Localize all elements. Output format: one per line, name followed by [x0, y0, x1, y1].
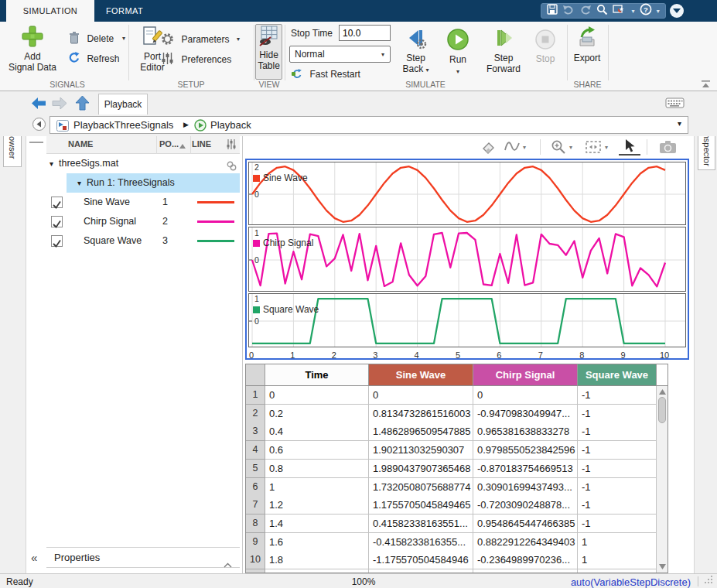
signal-checkbox[interactable]	[51, 216, 63, 227]
signal-row[interactable]: Sine Wave1	[46, 193, 240, 212]
table-row[interactable]: 1000-1	[246, 386, 657, 405]
table-cell[interactable]: 1	[265, 478, 369, 497]
screenshot-caret-icon[interactable]: ▾	[632, 8, 635, 15]
collapse-ribbon-icon[interactable]	[701, 77, 711, 91]
row-number[interactable]: 9	[246, 533, 265, 552]
table-row[interactable]: 81.40.41582338163551...0.954864544746638…	[246, 514, 657, 533]
breadcrumb-caret-icon[interactable]: ▾	[678, 115, 681, 132]
save-icon[interactable]	[547, 4, 558, 18]
undo-icon[interactable]	[562, 4, 575, 18]
step-forward-button[interactable]: StepForward	[481, 28, 526, 74]
table-row[interactable]: 91.6-0.4158233816355...0.882291226434940…	[246, 533, 657, 552]
zoom-caret-icon[interactable]: ▾	[569, 144, 572, 151]
table-cell[interactable]: 1	[578, 533, 657, 552]
table-cell[interactable]: -0.7203090248878...	[473, 496, 578, 514]
table-cell[interactable]: 0.9548645447466385	[473, 514, 578, 533]
table-cell[interactable]: 0.4	[265, 422, 369, 441]
run-button[interactable]: Run▾	[442, 28, 473, 77]
row-number[interactable]: 2	[246, 405, 265, 423]
table-cell[interactable]: 1.8	[265, 551, 369, 569]
tab-format[interactable]: FORMAT	[94, 0, 155, 22]
step-back-button[interactable]: StepBack ▾	[394, 28, 437, 76]
column-header-port[interactable]: PO...	[159, 139, 179, 149]
row-number[interactable]: 8	[246, 514, 265, 533]
eraser-icon[interactable]	[480, 139, 497, 158]
refresh-button[interactable]: Refresh	[68, 51, 119, 65]
table-scrollbar[interactable]	[656, 386, 667, 573]
table-cell[interactable]: 1.1755705045849465	[369, 496, 473, 514]
ribbon-menu-icon[interactable]	[670, 4, 684, 18]
filter-sliders-icon[interactable]	[226, 138, 237, 152]
table-row[interactable]: 50.81.9890437907365468-0.870183754669513…	[246, 460, 657, 478]
stop-button[interactable]: Stop	[530, 29, 561, 64]
sort-asc-icon[interactable]	[179, 141, 186, 150]
parameters-button[interactable]: Parameters	[161, 32, 229, 46]
scrollbar-thumb[interactable]	[658, 397, 666, 423]
table-cell[interactable]: 1.7320508075688774	[369, 478, 473, 497]
table-cell[interactable]: 0.9798550523842596	[473, 441, 578, 460]
hide-table-button[interactable]: HideTable	[255, 24, 282, 80]
table-cell[interactable]: 1.6	[265, 533, 369, 552]
table-cell[interactable]: 1.2	[265, 496, 369, 514]
help-icon[interactable]: ?	[640, 3, 652, 19]
table-cell[interactable]: -1	[578, 441, 657, 460]
table-header-chirp-signal[interactable]: Chirp Signal	[473, 364, 578, 386]
row-number[interactable]: 1	[246, 386, 265, 405]
table-cell[interactable]: 0.41582338163551...	[369, 514, 473, 533]
expander-icon[interactable]: ▾	[77, 173, 81, 193]
signal-checkbox[interactable]	[51, 197, 63, 208]
subplot-sine-wave[interactable]: 20Sine Wave	[248, 162, 686, 225]
column-header-line[interactable]: LINE	[192, 139, 211, 149]
table-row[interactable]: 40.61.9021130325903070.9798550523842596-…	[246, 441, 657, 460]
collapse-properties-icon[interactable]: «	[31, 551, 37, 564]
delete-caret-icon[interactable]: ▾	[122, 35, 125, 42]
row-number[interactable]: 10	[246, 551, 265, 569]
table-cell[interactable]: -0.9470983049947...	[473, 405, 578, 423]
plot-canvas[interactable]: 012345678910 20Sine Wave10Chirp Signal10…	[245, 159, 689, 360]
sim-mode-select[interactable]: Normal▾	[289, 46, 391, 63]
fast-restart-button[interactable]: Fast Restart	[291, 67, 360, 80]
table-cell[interactable]: 0	[265, 386, 369, 405]
table-cell[interactable]: 0	[369, 386, 473, 405]
document-tab-playback[interactable]: Playback	[98, 94, 148, 115]
stop-time-input[interactable]	[339, 25, 391, 41]
properties-footer[interactable]: Properties	[46, 547, 240, 568]
table-cell[interactable]: 0.30901699437493...	[473, 478, 578, 497]
table-row[interactable]: 20.20.8134732861516003-0.9470983049947..…	[246, 405, 657, 423]
table-cell[interactable]: 0.8134732861516003	[369, 405, 473, 423]
table-cell[interactable]: 1	[578, 551, 657, 569]
screenshot-icon[interactable]	[613, 4, 627, 18]
row-number[interactable]: 4	[246, 441, 265, 460]
table-cell[interactable]: 1.4	[265, 514, 369, 533]
chevron-up-icon[interactable]	[224, 555, 232, 573]
row-number[interactable]: 6	[246, 478, 265, 497]
table-cell[interactable]: 0.8	[265, 460, 369, 478]
search-icon[interactable]	[596, 4, 608, 19]
table-cell[interactable]: -0.2364989970236...	[473, 551, 578, 569]
table-cell[interactable]: -0.4158233816355...	[369, 533, 473, 552]
table-cell[interactable]: -1.175570504584946	[369, 551, 473, 569]
redo-icon[interactable]	[579, 4, 592, 18]
table-cell[interactable]: 1.4862896509547885	[369, 422, 473, 441]
table-row[interactable]: 101.8-1.175570504584946-0.2364989970236.…	[246, 551, 657, 569]
signal-wave-icon[interactable]	[504, 139, 521, 158]
splitter-handle[interactable]	[29, 142, 43, 143]
subplot-square-wave[interactable]: 10Square Wave	[248, 293, 686, 347]
collapse-breadcrumb-icon[interactable]	[32, 117, 46, 135]
table-cell[interactable]: -1	[578, 514, 657, 533]
row-number[interactable]: 7	[246, 496, 265, 514]
breadcrumb[interactable]: PlaybackThreeSignals ▶ Playback ▾	[50, 116, 688, 134]
expander-icon[interactable]: ▾	[50, 154, 53, 173]
table-cell[interactable]: -1	[578, 386, 657, 405]
forward-icon[interactable]	[51, 97, 67, 113]
signal-checkbox[interactable]	[51, 235, 63, 247]
parameters-caret-icon[interactable]: ▾	[237, 36, 240, 43]
table-header-sine-wave[interactable]: Sine Wave	[369, 364, 473, 386]
table-cell[interactable]: -1	[578, 460, 657, 478]
table-cell[interactable]: 0.965381638833278	[473, 422, 578, 441]
table-row[interactable]: 71.21.1755705045849465-0.7203090248878..…	[246, 496, 657, 514]
table-row[interactable]: 30.41.48628965095478850.965381638833278-…	[246, 422, 657, 441]
table-row[interactable]: 611.73205080756887740.30901699437493...-…	[246, 478, 657, 497]
table-cell[interactable]: 0.6	[265, 441, 369, 460]
row-number[interactable]: 5	[246, 460, 265, 478]
